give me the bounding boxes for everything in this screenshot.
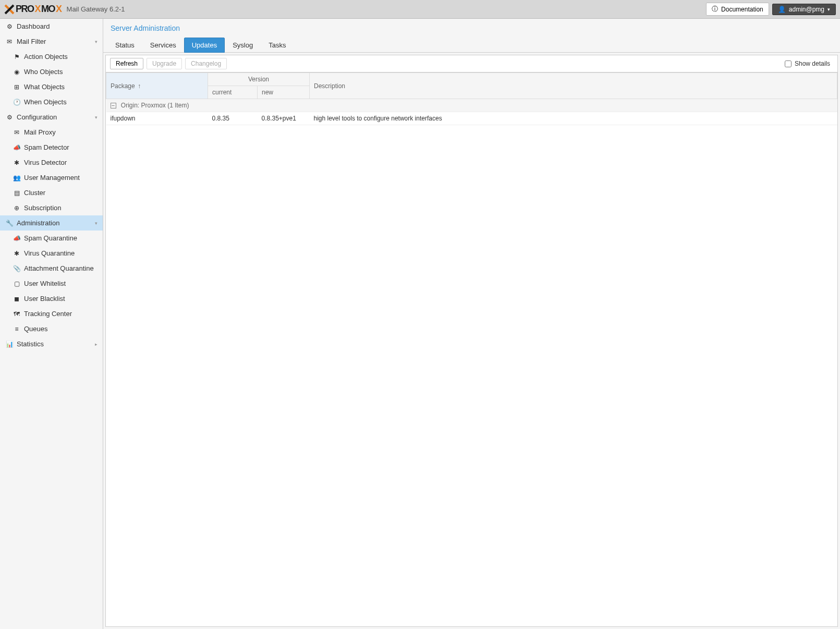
nav-dashboard[interactable]: ⚙Dashboard bbox=[0, 19, 103, 34]
tab-status[interactable]: Status bbox=[107, 38, 142, 53]
nav-label: User Management bbox=[24, 174, 80, 182]
breadcrumb-link[interactable]: Server Administration bbox=[111, 24, 180, 32]
nav-administration[interactable]: 🔧Administration▾ bbox=[0, 215, 103, 231]
cell-new: 0.8.35+pve1 bbox=[258, 112, 310, 125]
nav-cluster[interactable]: ▤Cluster bbox=[0, 185, 103, 200]
nav-statistics[interactable]: 📊Statistics▸ bbox=[0, 336, 103, 352]
tab-syslog[interactable]: Syslog bbox=[225, 38, 261, 53]
action-objects-icon: ⚑ bbox=[13, 53, 21, 61]
user-blacklist-icon: ◼ bbox=[13, 295, 21, 303]
when-objects-icon: 🕐 bbox=[13, 99, 21, 106]
cluster-icon: ▤ bbox=[13, 189, 21, 197]
col-description[interactable]: Description bbox=[310, 73, 837, 99]
user-icon: 👤 bbox=[778, 6, 786, 13]
chevron-right-icon: ▸ bbox=[95, 342, 98, 347]
logo-x-icon bbox=[4, 4, 15, 15]
virus-detector-icon: ✱ bbox=[13, 159, 21, 166]
spam-detector-icon: 📣 bbox=[13, 144, 21, 151]
nav-user-whitelist[interactable]: ▢User Whitelist bbox=[0, 276, 103, 291]
cell-package: ifupdown bbox=[106, 112, 208, 125]
user-menu-button[interactable]: 👤 admin@pmg ▾ bbox=[772, 4, 836, 15]
nav-label: Statistics bbox=[17, 340, 44, 348]
nav-virus-quarantine[interactable]: ✱Virus Quarantine bbox=[0, 246, 103, 261]
nav-label: Spam Quarantine bbox=[24, 234, 77, 242]
spam-quarantine-icon: 📣 bbox=[13, 235, 21, 242]
upgrade-button[interactable]: Upgrade bbox=[147, 58, 182, 69]
nav-spam-quarantine[interactable]: 📣Spam Quarantine bbox=[0, 231, 103, 246]
col-current[interactable]: current bbox=[208, 86, 258, 99]
nav-label: When Objects bbox=[24, 98, 67, 106]
subscription-icon: ⊕ bbox=[13, 204, 21, 212]
nav-label: Mail Proxy bbox=[24, 128, 56, 136]
group-label: Origin: Proxmox (1 Item) bbox=[121, 102, 189, 109]
product-title: Mail Gateway 6.2-1 bbox=[67, 5, 125, 13]
nav-label: Tracking Center bbox=[24, 310, 72, 318]
virus-quarantine-icon: ✱ bbox=[13, 250, 21, 257]
who-objects-icon: ◉ bbox=[13, 68, 21, 76]
nav-label: Administration bbox=[17, 219, 59, 227]
nav-label: User Whitelist bbox=[24, 280, 66, 287]
nav-label: Queues bbox=[24, 325, 48, 333]
nav-configuration[interactable]: ⚙Configuration▾ bbox=[0, 110, 103, 125]
show-details-checkbox[interactable]: Show details bbox=[785, 60, 833, 67]
user-whitelist-icon: ▢ bbox=[13, 280, 21, 287]
col-version[interactable]: Version bbox=[208, 73, 310, 86]
nav-label: Configuration bbox=[17, 113, 57, 121]
nav-what-objects[interactable]: ⊞What Objects bbox=[0, 79, 103, 94]
nav-tracking-center[interactable]: 🗺Tracking Center bbox=[0, 306, 103, 321]
content-panel: Server Administration StatusServicesUpda… bbox=[103, 19, 840, 629]
proxmox-logo: PROXMOX bbox=[4, 4, 62, 15]
nav-user-blacklist[interactable]: ◼User Blacklist bbox=[0, 291, 103, 306]
nav-attachment-quarantine[interactable]: 📎Attachment Quarantine bbox=[0, 261, 103, 276]
queues-icon: ≡ bbox=[13, 325, 21, 333]
col-new[interactable]: new bbox=[258, 86, 310, 99]
nav-spam-detector[interactable]: 📣Spam Detector bbox=[0, 140, 103, 155]
nav-queues[interactable]: ≡Queues bbox=[0, 321, 103, 336]
nav-when-objects[interactable]: 🕐When Objects bbox=[0, 94, 103, 110]
group-collapse-icon[interactable]: − bbox=[111, 103, 116, 108]
cell-current: 0.8.35 bbox=[208, 112, 258, 125]
attachment-quarantine-icon: 📎 bbox=[13, 265, 21, 272]
tab-updates[interactable]: Updates bbox=[184, 38, 225, 53]
tab-tasks[interactable]: Tasks bbox=[261, 38, 294, 53]
mail-proxy-icon: ✉ bbox=[13, 129, 21, 136]
top-bar: PROXMOX Mail Gateway 6.2-1 ⓘ Documentati… bbox=[0, 0, 840, 19]
changelog-button[interactable]: Changelog bbox=[185, 58, 227, 69]
documentation-label: Documentation bbox=[721, 6, 763, 13]
refresh-button[interactable]: Refresh bbox=[110, 58, 143, 69]
nav-label: Spam Detector bbox=[24, 143, 69, 151]
nav-label: Cluster bbox=[24, 189, 45, 197]
mail-filter-icon: ✉ bbox=[5, 38, 14, 45]
nav-mail-proxy[interactable]: ✉Mail Proxy bbox=[0, 125, 103, 140]
updates-grid: Package ↑ Version Description current ne… bbox=[105, 72, 838, 627]
nav-virus-detector[interactable]: ✱Virus Detector bbox=[0, 155, 103, 170]
configuration-icon: ⚙ bbox=[5, 114, 14, 121]
nav-label: Virus Detector bbox=[24, 159, 67, 166]
show-details-label: Show details bbox=[795, 60, 830, 67]
nav-label: Virus Quarantine bbox=[24, 249, 75, 257]
tab-services[interactable]: Services bbox=[142, 38, 184, 53]
nav-mail-filter[interactable]: ✉Mail Filter▾ bbox=[0, 34, 103, 49]
nav-label: Subscription bbox=[24, 204, 62, 212]
table-row[interactable]: ifupdown 0.8.35 0.8.35+pve1 high level t… bbox=[106, 112, 837, 125]
col-package[interactable]: Package ↑ bbox=[106, 73, 208, 99]
sidebar: ⚙Dashboard✉Mail Filter▾⚑Action Objects◉W… bbox=[0, 19, 103, 629]
chevron-down-icon: ▾ bbox=[95, 39, 98, 44]
chevron-down-icon: ▾ bbox=[827, 7, 830, 12]
user-label: admin@pmg bbox=[789, 6, 824, 13]
cell-description: high level tools to configure network in… bbox=[310, 112, 837, 125]
nav-user-management[interactable]: 👥User Management bbox=[0, 170, 103, 185]
tab-bar: StatusServicesUpdatesSyslogTasks bbox=[103, 38, 840, 53]
chevron-down-icon: ▾ bbox=[95, 221, 98, 226]
nav-subscription[interactable]: ⊕Subscription bbox=[0, 200, 103, 215]
sort-asc-icon: ↑ bbox=[138, 82, 141, 90]
documentation-button[interactable]: ⓘ Documentation bbox=[706, 3, 769, 16]
what-objects-icon: ⊞ bbox=[13, 83, 21, 91]
group-header-row[interactable]: − Origin: Proxmox (1 Item) bbox=[106, 99, 837, 112]
nav-action-objects[interactable]: ⚑Action Objects bbox=[0, 49, 103, 64]
administration-icon: 🔧 bbox=[5, 220, 14, 227]
show-details-input[interactable] bbox=[785, 61, 792, 67]
nav-label: User Blacklist bbox=[24, 295, 65, 303]
nav-who-objects[interactable]: ◉Who Objects bbox=[0, 64, 103, 79]
info-icon: ⓘ bbox=[712, 5, 718, 14]
